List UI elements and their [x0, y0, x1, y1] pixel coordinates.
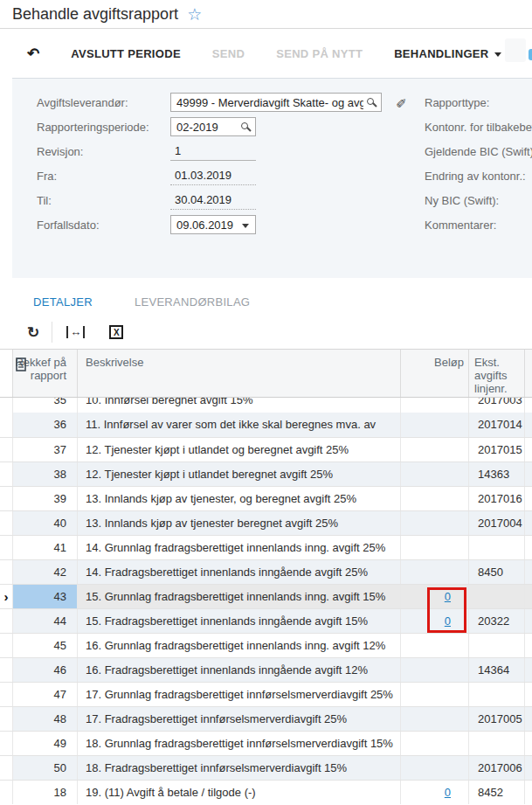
cell-row-number[interactable]: 48 [13, 707, 78, 731]
cell-ext-line-nr[interactable]: 14363 [469, 462, 525, 486]
cell-description[interactable]: 16. Fradragsberettiget innenlands inngåe… [78, 658, 401, 682]
cell-description[interactable]: 14. Grunnlag fradragsberettiget innenlan… [78, 536, 401, 559]
cell-row-number[interactable]: 36 [13, 413, 78, 437]
cell-row-number[interactable]: 47 [13, 683, 78, 706]
cell-ext-line-nr[interactable]: 2017015 [469, 438, 525, 461]
cell-ext-line-nr[interactable] [469, 536, 525, 559]
tax-agency-lookup[interactable]: 49999 - Merverdiavgift Skatte- og avgift… [170, 93, 382, 112]
search-icon[interactable] [241, 122, 248, 129]
cell-amount[interactable] [401, 413, 469, 437]
cell-row-number[interactable]: 41 [13, 536, 78, 559]
cell-amount[interactable] [401, 536, 469, 559]
column-header-description[interactable]: Beskrivelse [78, 350, 401, 397]
undo-icon[interactable]: ↶ [27, 46, 39, 61]
cell-row-number[interactable]: 46 [13, 658, 78, 682]
cell-ext-line-nr[interactable]: 8452 [469, 781, 525, 804]
cell-amount[interactable] [401, 560, 469, 584]
cell-amount[interactable] [401, 462, 469, 486]
actions-menu-button[interactable]: BEHANDLINGER [394, 47, 501, 60]
export-excel-icon[interactable]: X [109, 325, 123, 339]
column-header-ext-line-nr[interactable]: Ekst. avgifts linjenr. [469, 350, 525, 397]
cell-ext-line-nr[interactable]: 2017014 [469, 413, 525, 437]
cell-ext-line-nr[interactable]: 2017005 [469, 707, 525, 731]
cell-row-number[interactable]: 37 [13, 438, 78, 461]
amount-link[interactable]: 0 [445, 614, 451, 628]
table-row[interactable]: 45 16. Grunnlag fradragsberettiget innen… [0, 633, 532, 657]
cell-ext-line-nr[interactable] [469, 732, 525, 755]
cell-amount[interactable] [401, 707, 469, 731]
table-row[interactable]: 48 17. Fradragsberettiget innførselsmerv… [0, 706, 532, 731]
cell-amount[interactable] [401, 438, 469, 461]
cell-description[interactable]: 18. Fradragsberettiget innførselsmerverd… [78, 756, 401, 780]
cell-amount[interactable] [401, 398, 469, 413]
due-date-dropdown[interactable]: 09.06.2019 [170, 215, 256, 234]
table-row[interactable]: 18 19. (11) Avgift å betale / tilgode (-… [0, 780, 532, 804]
cell-ext-line-nr[interactable] [469, 683, 525, 706]
search-icon[interactable] [367, 98, 374, 105]
toolbar-overflow-button[interactable] [505, 38, 526, 62]
table-row[interactable]: 42 14. Fradragsberettiget innenlands inn… [0, 559, 532, 584]
cell-amount[interactable]: 0 [401, 609, 469, 633]
cell-description[interactable]: 17. Fradragsberettiget innførselsmerverd… [78, 707, 401, 731]
close-period-button[interactable]: AVSLUTT PERIODE [71, 47, 181, 60]
cell-amount[interactable]: 0 [401, 585, 469, 608]
cell-row-number[interactable]: 38 [13, 462, 78, 486]
cell-description[interactable]: 17. Grunnlag fradragsberettiget innførse… [78, 683, 401, 706]
cell-ext-line-nr[interactable]: 8450 [469, 560, 525, 584]
cell-description[interactable]: 13. Innlands kjøp av tjenester, og bereg… [78, 487, 401, 510]
table-row[interactable]: 35 10. Innførsel beregnet avgift 15% 201… [0, 398, 532, 413]
cell-row-number[interactable]: 42 [13, 560, 78, 584]
table-row[interactable]: 36 11. Innførsel av varer som det ikke s… [0, 413, 532, 437]
cell-ext-line-nr[interactable] [469, 634, 525, 657]
cell-description[interactable]: 10. Innførsel beregnet avgift 15% [78, 398, 401, 413]
fit-width-icon[interactable]: ↔ [66, 326, 85, 338]
cell-description[interactable]: 13. Innlands kjøp av tjenester beregnet … [78, 511, 401, 535]
cell-description[interactable]: 15. Grunnlag fradragsberettiget innenlan… [78, 585, 401, 608]
cell-description[interactable]: 16. Grunnlag fradragsberettiget innenlan… [78, 634, 401, 657]
cell-description[interactable]: 18. Grunnlag fradragsberettiget innførse… [78, 732, 401, 755]
cell-ext-line-nr[interactable]: 14364 [469, 658, 525, 682]
cell-ext-line-nr[interactable]: 2017016 [469, 487, 525, 510]
tab-details[interactable]: DETALJER [12, 290, 114, 316]
reporting-period-lookup[interactable]: 02-2019 [170, 117, 256, 136]
cell-description[interactable]: 15. Fradragsberettiget innenlands inngåe… [78, 609, 401, 633]
column-header-amount[interactable]: Beløp [401, 350, 469, 397]
cell-row-number[interactable]: 44 [13, 609, 78, 633]
table-row[interactable]: 41 14. Grunnlag fradragsberettiget innen… [0, 535, 532, 559]
tab-vendor-documents[interactable]: LEVERANDØRBILAG [114, 290, 271, 316]
table-row[interactable]: 39 13. Innlands kjøp av tjenester, og be… [0, 486, 532, 510]
cell-ext-line-nr[interactable]: 2017003 [469, 398, 525, 413]
cell-description[interactable]: 11. Innførsel av varer som det ikke skal… [78, 413, 401, 437]
cell-description[interactable]: 12. Tjenester kjøpt i utlandet beregnet … [78, 462, 401, 486]
table-row[interactable]: 43 15. Grunnlag fradragsberettiget innen… [0, 584, 532, 608]
favorite-star-icon[interactable]: ☆ [187, 6, 202, 23]
cell-amount[interactable]: 0 [401, 781, 469, 804]
edit-pencil-icon[interactable]: ✎ [396, 94, 407, 110]
cell-row-number[interactable]: 43 [13, 585, 78, 608]
cell-row-number[interactable]: 18 [13, 781, 78, 804]
table-row[interactable]: 46 16. Fradragsberettiget innenlands inn… [0, 657, 532, 682]
table-row[interactable]: 50 18. Fradragsberettiget innførselsmerv… [0, 755, 532, 780]
cell-amount[interactable] [401, 756, 469, 780]
cell-ext-line-nr[interactable] [469, 585, 525, 608]
cell-row-number[interactable]: 35 [13, 398, 78, 413]
cell-row-number[interactable]: 49 [13, 732, 78, 755]
cell-description[interactable]: 14. Fradragsberettiget innenlands inngåe… [78, 560, 401, 584]
table-row[interactable]: 49 18. Grunnlag fradragsberettiget innfø… [0, 731, 532, 755]
amount-link[interactable]: 0 [445, 590, 451, 603]
cell-description[interactable]: 12. Tjenester kjøpt i utlandet og beregn… [78, 438, 401, 461]
cell-row-number[interactable]: 40 [13, 511, 78, 535]
table-row[interactable]: 44 15. Fradragsberettiget innenlands inn… [0, 608, 532, 633]
table-row[interactable]: 40 13. Innlands kjøp av tjenester beregn… [0, 510, 532, 535]
cell-row-number[interactable]: 45 [13, 634, 78, 657]
cell-row-number[interactable]: 50 [13, 756, 78, 780]
cell-amount[interactable] [401, 732, 469, 755]
table-row[interactable]: 38 12. Tjenester kjøpt i utlandet beregn… [0, 461, 532, 486]
cell-amount[interactable] [401, 511, 469, 535]
cell-ext-line-nr[interactable]: 2017004 [469, 511, 525, 535]
cell-row-number[interactable]: 39 [13, 487, 78, 510]
cell-ext-line-nr[interactable]: 2017006 [469, 756, 525, 780]
column-header-row-number[interactable]: Rekkef på rapport [13, 350, 78, 397]
cell-amount[interactable] [401, 683, 469, 706]
table-row[interactable]: 47 17. Grunnlag fradragsberettiget innfø… [0, 682, 532, 706]
